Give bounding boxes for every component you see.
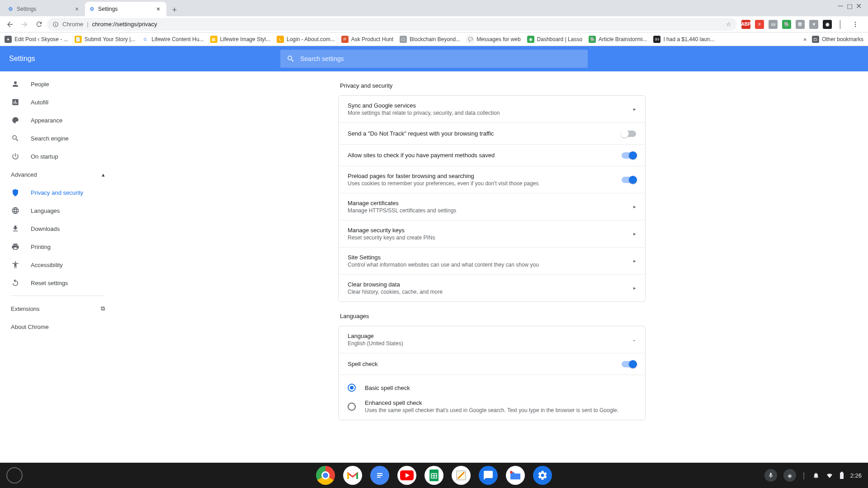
- reload-button[interactable]: [33, 18, 45, 31]
- extension-pocket-icon[interactable]: ▾: [809, 20, 818, 29]
- battery-icon[interactable]: [840, 472, 844, 479]
- notifications-icon[interactable]: [812, 472, 820, 479]
- external-link-icon: ⧉: [101, 305, 105, 312]
- app-sheets[interactable]: [425, 466, 443, 485]
- window-minimize[interactable]: ─: [837, 3, 844, 9]
- section-title-languages: Languages: [340, 313, 646, 319]
- search-input[interactable]: [300, 55, 581, 62]
- extension-generic-icon[interactable]: ▭: [769, 20, 778, 29]
- toggle-do-not-track[interactable]: [622, 131, 636, 137]
- other-bookmarks[interactable]: 🗀Other bookmarks: [812, 36, 863, 43]
- tab-settings-1[interactable]: ⚙ Settings ×: [4, 2, 85, 16]
- chevron-right-icon: ▸: [633, 231, 636, 237]
- sidebar-item-appearance[interactable]: Appearance: [0, 111, 116, 129]
- divider: [11, 296, 105, 296]
- bookmark-item[interactable]: 💬Messages for web: [467, 36, 520, 43]
- toggle-spellcheck[interactable]: [622, 361, 636, 367]
- app-notes[interactable]: [452, 466, 471, 485]
- row-sync-google[interactable]: Sync and Google servicesMore settings th…: [339, 96, 645, 123]
- sidebar-item-downloads[interactable]: Downloads: [0, 220, 116, 238]
- new-tab-button[interactable]: +: [168, 4, 181, 16]
- back-button[interactable]: [4, 18, 16, 31]
- window-maximize[interactable]: ◻: [846, 3, 853, 9]
- sidebar-item-extensions[interactable]: Extensions⧉: [0, 300, 116, 318]
- row-certificates[interactable]: Manage certificatesManage HTTPS/SSL cert…: [339, 193, 645, 221]
- close-icon[interactable]: ×: [73, 5, 80, 13]
- bookmark-label: Edit Post ‹ Skyose - ...: [14, 36, 68, 42]
- row-basic-spellcheck[interactable]: Basic spell check: [339, 375, 645, 397]
- star-icon[interactable]: ☆: [726, 21, 731, 28]
- sidebar-item-privacy[interactable]: Privacy and security: [0, 183, 116, 202]
- sidebar-item-reset[interactable]: Reset settings: [0, 274, 116, 292]
- extension-evernote-icon[interactable]: 🐘: [782, 20, 791, 29]
- app-settings[interactable]: [533, 466, 552, 485]
- extension-dark-icon[interactable]: ◉: [823, 20, 832, 29]
- status-time[interactable]: 2:26: [850, 472, 862, 479]
- bookmark-item[interactable]: GLifewire Content Hu...: [142, 36, 203, 43]
- reload-icon: [35, 20, 43, 28]
- wifi-icon[interactable]: [826, 472, 833, 479]
- bookmark-label: Blockchain Beyond...: [410, 36, 460, 42]
- tab-title: Settings: [98, 6, 118, 12]
- omnibox-scheme: Chrome: [62, 21, 83, 28]
- bookmark-item[interactable]: ▦Lifewire Image Styl...: [210, 36, 270, 43]
- sidebar-item-about[interactable]: About Chrome: [0, 318, 116, 336]
- row-clear-data[interactable]: Clear browsing dataClear history, cookie…: [339, 275, 645, 301]
- assistant-icon[interactable]: ◈: [783, 469, 796, 482]
- omnibox-divider: |: [87, 21, 88, 28]
- bookmark-item[interactable]: 🐘Article Brainstormi...: [589, 36, 647, 43]
- bookmark-item[interactable]: LLogin - About.com...: [277, 36, 335, 43]
- svg-point-4: [855, 23, 856, 25]
- sidebar-item-on-startup[interactable]: On startup: [0, 147, 116, 165]
- row-security-keys[interactable]: Manage security keysReset security keys …: [339, 221, 645, 248]
- radio-basic-spellcheck[interactable]: [348, 384, 356, 392]
- tab-settings-2[interactable]: ⚙ Settings ×: [85, 2, 166, 16]
- app-docs[interactable]: [370, 466, 389, 485]
- omnibox[interactable]: Chrome | chrome://settings/privacy ☆: [47, 18, 737, 31]
- sidebar-group-advanced[interactable]: Advanced ▴: [0, 165, 116, 183]
- row-language[interactable]: LanguageEnglish (United States) ⌄: [339, 326, 645, 353]
- app-chrome[interactable]: [316, 466, 335, 485]
- sidebar-item-label: Privacy and security: [31, 189, 83, 196]
- row-preload: Preload pages for faster browsing and se…: [339, 166, 645, 193]
- window-close[interactable]: ✕: [855, 3, 862, 9]
- search-settings[interactable]: [280, 50, 588, 68]
- app-youtube[interactable]: [397, 466, 416, 485]
- radio-enhanced-spellcheck[interactable]: [348, 403, 356, 411]
- sidebar-item-accessibility[interactable]: Accessibility: [0, 256, 116, 274]
- bookmark-item[interactable]: ◉Dashboard | Lasso: [527, 36, 583, 43]
- toggle-preload[interactable]: [622, 177, 636, 183]
- tab-title: Settings: [17, 6, 36, 12]
- extension-todoist-icon[interactable]: ≡: [755, 20, 764, 29]
- bookmark-item[interactable]: PAsk Product Hunt: [341, 36, 393, 43]
- sidebar-item-people[interactable]: People: [0, 75, 116, 93]
- bookmark-item[interactable]: ⬡Blockchain Beyond...: [400, 36, 460, 43]
- mic-icon[interactable]: [764, 469, 777, 482]
- favicon-icon: ●: [5, 36, 12, 43]
- row-site-settings[interactable]: Site SettingsControl what information we…: [339, 248, 645, 275]
- extension-shield-icon[interactable]: ⛨: [796, 20, 805, 29]
- app-messages[interactable]: [479, 466, 498, 485]
- row-enhanced-spellcheck[interactable]: Enhanced spell checkUses the same spell …: [339, 397, 645, 420]
- launcher-button[interactable]: [6, 467, 23, 483]
- bookmark-item[interactable]: 📄Submit Your Story |...: [75, 36, 136, 43]
- sidebar-item-autofill[interactable]: Autofill: [0, 93, 116, 111]
- palette-icon: [11, 116, 20, 124]
- bookmarks-overflow[interactable]: »: [803, 36, 807, 42]
- sidebar-item-search-engine[interactable]: Search engine: [0, 129, 116, 147]
- bookmark-item[interactable]: ●Edit Post ‹ Skyose - ...: [5, 36, 68, 43]
- app-files[interactable]: [506, 466, 525, 485]
- person-icon: [11, 80, 20, 88]
- bookmark-label: Other bookmarks: [822, 36, 863, 42]
- sidebar-item-printing[interactable]: Printing: [0, 238, 116, 256]
- close-icon[interactable]: ×: [155, 5, 162, 13]
- bookmark-item[interactable]: IHI had a $1,440 laun...: [653, 36, 714, 43]
- app-gmail[interactable]: [343, 466, 362, 485]
- forward-button[interactable]: [18, 18, 31, 31]
- extension-abp-icon[interactable]: ABP: [741, 20, 750, 29]
- row-subtitle: Uses cookies to remember your preference…: [348, 180, 622, 187]
- menu-button[interactable]: [849, 18, 862, 31]
- sidebar-item-languages[interactable]: Languages: [0, 202, 116, 220]
- toggle-payment-methods[interactable]: [622, 152, 636, 159]
- row-title: Send a "Do Not Track" request with your …: [348, 130, 622, 137]
